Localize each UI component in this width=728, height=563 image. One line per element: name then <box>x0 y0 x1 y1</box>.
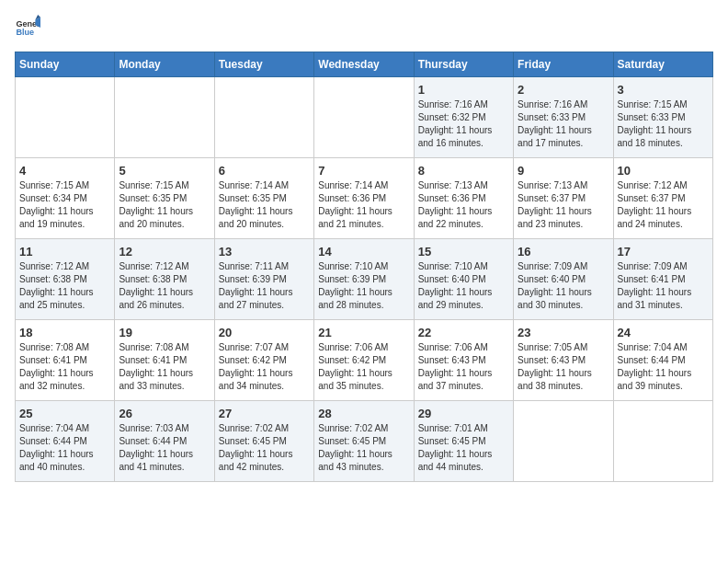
calendar-cell: 15Sunrise: 7:10 AMSunset: 6:40 PMDayligh… <box>414 239 513 320</box>
cell-text: Sunrise: 7:13 AM <box>418 179 509 192</box>
cell-text: Sunrise: 7:12 AM <box>618 179 709 192</box>
cell-text: and 22 minutes. <box>418 218 509 231</box>
cell-text: and 17 minutes. <box>518 137 609 150</box>
cell-text: and 20 minutes. <box>119 218 210 231</box>
cell-text: and 30 minutes. <box>518 299 609 312</box>
calendar-cell: 6Sunrise: 7:14 AMSunset: 6:35 PMDaylight… <box>214 158 313 239</box>
cell-text: Sunset: 6:38 PM <box>119 273 210 286</box>
cell-text: Daylight: 11 hours <box>418 286 509 299</box>
day-number: 21 <box>318 326 409 339</box>
calendar-cell: 12Sunrise: 7:12 AMSunset: 6:38 PMDayligh… <box>115 239 214 320</box>
calendar-cell <box>514 401 613 482</box>
cell-text: and 18 minutes. <box>618 137 709 150</box>
cell-text: Sunset: 6:40 PM <box>418 273 509 286</box>
cell-text: Daylight: 11 hours <box>318 367 409 380</box>
cell-text: and 39 minutes. <box>618 380 709 393</box>
cell-text: Sunrise: 7:09 AM <box>518 260 609 273</box>
week-row-3: 11Sunrise: 7:12 AMSunset: 6:38 PMDayligh… <box>16 239 713 320</box>
cell-text: Sunset: 6:35 PM <box>219 192 310 205</box>
cell-text: Sunrise: 7:10 AM <box>418 260 509 273</box>
cell-text: Sunrise: 7:07 AM <box>219 341 310 354</box>
cell-text: Daylight: 11 hours <box>318 286 409 299</box>
day-number: 20 <box>219 326 310 339</box>
cell-text: Sunset: 6:36 PM <box>318 192 409 205</box>
day-number: 9 <box>518 164 609 178</box>
cell-text: and 16 minutes. <box>418 137 509 150</box>
calendar-cell: 9Sunrise: 7:13 AMSunset: 6:37 PMDaylight… <box>514 158 613 239</box>
cell-text: Daylight: 11 hours <box>119 205 210 218</box>
cell-text: and 35 minutes. <box>318 380 409 393</box>
day-number: 23 <box>518 326 609 339</box>
calendar-body: 1Sunrise: 7:16 AMSunset: 6:32 PMDaylight… <box>16 77 713 482</box>
week-row-2: 4Sunrise: 7:15 AMSunset: 6:34 PMDaylight… <box>16 158 713 239</box>
day-number: 5 <box>119 164 210 178</box>
cell-text: Sunrise: 7:02 AM <box>219 422 310 435</box>
cell-text: Sunset: 6:35 PM <box>119 192 210 205</box>
cell-text: Sunrise: 7:16 AM <box>418 98 509 111</box>
cell-text: Sunrise: 7:15 AM <box>19 179 110 192</box>
calendar-cell: 29Sunrise: 7:01 AMSunset: 6:45 PMDayligh… <box>414 401 513 482</box>
cell-text: Daylight: 11 hours <box>418 124 509 137</box>
cell-text: Sunset: 6:45 PM <box>318 435 409 448</box>
cell-text: Sunset: 6:38 PM <box>19 273 110 286</box>
cell-text: Sunrise: 7:15 AM <box>119 179 210 192</box>
calendar-cell <box>314 77 414 158</box>
calendar-cell: 13Sunrise: 7:11 AMSunset: 6:39 PMDayligh… <box>214 239 313 320</box>
cell-text: Sunset: 6:37 PM <box>518 192 609 205</box>
day-number: 15 <box>418 245 509 259</box>
cell-text: Sunset: 6:40 PM <box>518 273 609 286</box>
day-number: 25 <box>19 407 110 420</box>
cell-text: Sunrise: 7:14 AM <box>318 179 409 192</box>
cell-text: and 44 minutes. <box>418 461 509 474</box>
cell-text: Sunset: 6:42 PM <box>318 354 409 367</box>
cell-text: Sunrise: 7:13 AM <box>518 179 609 192</box>
calendar-cell: 10Sunrise: 7:12 AMSunset: 6:37 PMDayligh… <box>613 158 712 239</box>
cell-text: Sunset: 6:37 PM <box>618 192 709 205</box>
cell-text: and 19 minutes. <box>19 218 110 231</box>
day-header-thursday: Thursday <box>414 52 513 77</box>
cell-text: Daylight: 11 hours <box>618 286 709 299</box>
cell-text: Sunrise: 7:01 AM <box>418 422 509 435</box>
cell-text: Sunset: 6:33 PM <box>518 111 609 124</box>
cell-text: Sunset: 6:44 PM <box>119 435 210 448</box>
day-header-monday: Monday <box>115 52 214 77</box>
day-number: 6 <box>219 164 310 178</box>
cell-text: Daylight: 11 hours <box>119 286 210 299</box>
cell-text: Sunset: 6:44 PM <box>618 354 709 367</box>
cell-text: Daylight: 11 hours <box>418 367 509 380</box>
calendar-cell <box>115 77 214 158</box>
calendar-header: SundayMondayTuesdayWednesdayThursdayFrid… <box>16 52 713 77</box>
day-number: 22 <box>418 326 509 339</box>
cell-text: Daylight: 11 hours <box>219 205 310 218</box>
day-number: 8 <box>418 164 509 178</box>
day-header-sunday: Sunday <box>16 52 115 77</box>
cell-text: Daylight: 11 hours <box>19 286 110 299</box>
cell-text: and 21 minutes. <box>318 218 409 231</box>
day-number: 14 <box>318 245 409 259</box>
calendar-cell <box>613 401 712 482</box>
cell-text: Sunset: 6:41 PM <box>119 354 210 367</box>
cell-text: and 20 minutes. <box>219 218 310 231</box>
logo: General Blue <box>15 15 40 40</box>
calendar-cell: 20Sunrise: 7:07 AMSunset: 6:42 PMDayligh… <box>214 320 313 401</box>
cell-text: Daylight: 11 hours <box>119 367 210 380</box>
cell-text: Sunrise: 7:15 AM <box>618 98 709 111</box>
day-number: 29 <box>418 407 509 420</box>
cell-text: Sunrise: 7:08 AM <box>119 341 210 354</box>
cell-text: and 37 minutes. <box>418 380 509 393</box>
cell-text: Daylight: 11 hours <box>518 124 609 137</box>
svg-text:Blue: Blue <box>16 28 34 37</box>
day-header-friday: Friday <box>514 52 613 77</box>
day-number: 3 <box>618 83 709 97</box>
cell-text: Sunset: 6:43 PM <box>418 354 509 367</box>
day-number: 10 <box>618 164 709 178</box>
day-number: 28 <box>318 407 409 420</box>
cell-text: Daylight: 11 hours <box>318 205 409 218</box>
cell-text: and 27 minutes. <box>219 299 310 312</box>
cell-text: Sunset: 6:45 PM <box>418 435 509 448</box>
cell-text: Daylight: 11 hours <box>219 448 310 461</box>
cell-text: Sunrise: 7:06 AM <box>318 341 409 354</box>
calendar-cell: 26Sunrise: 7:03 AMSunset: 6:44 PMDayligh… <box>115 401 214 482</box>
cell-text: Daylight: 11 hours <box>119 448 210 461</box>
logo-icon: General Blue <box>15 15 40 40</box>
